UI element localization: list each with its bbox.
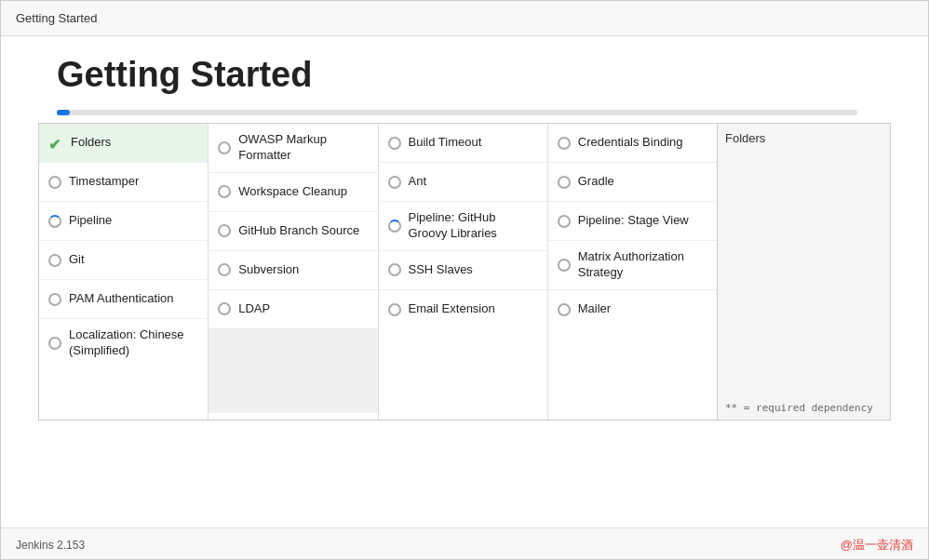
plugin-item-pipeline[interactable]: Pipeline [39, 202, 208, 241]
plugin-item-pipeline-stage-view[interactable]: Pipeline: Stage View [548, 202, 717, 241]
spin-icon-pipeline [48, 215, 61, 228]
plugin-label-subversion: Subversion [238, 262, 299, 278]
plugin-label-gradle: Gradle [578, 174, 614, 190]
plugin-label-git: Git [69, 252, 85, 268]
plugin-label-mailer: Mailer [578, 301, 611, 317]
plugin-label-pipeline-stage-view: Pipeline: Stage View [578, 213, 689, 229]
radio-icon-owasp [218, 141, 231, 154]
radio-icon-build-timeout [388, 137, 401, 150]
radio-icon-matrix-authorization-strategy [558, 259, 571, 272]
plugin-label-owasp: OWASP Markup Formatter [238, 132, 368, 164]
plugin-item-subversion[interactable]: Subversion [209, 251, 377, 290]
app-wrapper: Getting Started Getting Started ✔ Folder… [1, 1, 928, 560]
plugin-label-ant: Ant [409, 174, 427, 190]
plugin-item-folders[interactable]: ✔ Folders [39, 124, 208, 163]
radio-icon-ssh-slaves [388, 263, 401, 276]
plugin-item-matrix-authorization-strategy[interactable]: Matrix Authorization Strategy [548, 241, 717, 290]
plugin-label-ssh-slaves: SSH Slaves [409, 262, 473, 278]
radio-icon-ldap [218, 302, 231, 315]
plugin-label-build-timeout: Build Timeout [409, 135, 482, 151]
plugin-item-ant[interactable]: Ant [379, 163, 547, 202]
radio-icon-git [48, 254, 61, 267]
plugin-item-gradle[interactable]: Gradle [548, 163, 717, 202]
check-icon: ✔ [48, 136, 63, 151]
plugin-label-folders: Folders [71, 135, 111, 151]
plugin-label-pipeline-github-groovy: Pipeline: GitHub Groovy Libraries [409, 210, 538, 242]
spin-icon-pipeline-github-groovy [388, 220, 401, 233]
plugin-label-pam-auth: PAM Authentication [69, 291, 174, 307]
plugin-columns: ✔ Folders Timestamper Pipeline Git [39, 124, 718, 420]
footer: Jenkins 2.153 @温一壶清酒 [1, 527, 928, 560]
right-panel: Folders ** = required dependency [718, 124, 890, 420]
right-panel-note: ** = required dependency [725, 402, 873, 414]
main-content: Getting Started ✔ Folders Timestamper [1, 36, 928, 420]
plugin-item-owasp[interactable]: OWASP Markup Formatter [209, 124, 377, 173]
plugin-item-mailer[interactable]: Mailer [548, 290, 717, 329]
plugin-label-pipeline: Pipeline [69, 213, 112, 229]
radio-icon-subversion [218, 263, 231, 276]
plugin-item-localization-chinese[interactable]: Localization: Chinese (Simplified) [39, 319, 208, 367]
progress-bar-fill [57, 110, 70, 115]
title-bar: Getting Started [1, 1, 928, 36]
plugin-list-wrapper: ✔ Folders Timestamper Pipeline Git [38, 123, 891, 420]
plugin-item-timestamper[interactable]: Timestamper [39, 163, 208, 202]
radio-icon-pam-auth [48, 293, 61, 306]
plugin-label-workspace-cleanup: Workspace Cleanup [238, 184, 347, 200]
plugin-item-build-timeout[interactable]: Build Timeout [379, 124, 547, 163]
plugin-col-2-empty [209, 329, 377, 413]
radio-icon-credentials-binding [558, 137, 571, 150]
plugin-col-3: Build Timeout Ant Pipeline: GitHub Groov… [379, 124, 548, 420]
plugin-label-email-extension: Email Extension [409, 301, 495, 317]
plugin-item-ssh-slaves[interactable]: SSH Slaves [379, 251, 547, 290]
plugin-label-matrix-authorization-strategy: Matrix Authorization Strategy [578, 249, 707, 281]
plugin-label-timestamper: Timestamper [69, 174, 139, 190]
right-panel-title: Folders [725, 131, 882, 145]
progress-bar-track [57, 110, 857, 115]
footer-watermark: @温一壶清酒 [841, 537, 913, 553]
plugin-item-email-extension[interactable]: Email Extension [379, 290, 547, 329]
plugin-item-pam-auth[interactable]: PAM Authentication [39, 280, 208, 319]
radio-icon-gradle [558, 176, 571, 189]
plugin-item-pipeline-github-groovy[interactable]: Pipeline: GitHub Groovy Libraries [379, 202, 547, 251]
page-title: Getting Started [57, 55, 891, 95]
radio-icon-mailer [558, 303, 571, 316]
radio-icon-email-extension [388, 303, 401, 316]
radio-icon-workspace-cleanup [218, 185, 231, 198]
plugin-item-github-branch-source[interactable]: GitHub Branch Source [209, 212, 377, 251]
plugin-col-1: ✔ Folders Timestamper Pipeline Git [39, 124, 209, 420]
plugin-label-ldap: LDAP [238, 301, 270, 317]
progress-bar-container [57, 110, 891, 123]
plugin-item-git[interactable]: Git [39, 241, 208, 280]
radio-icon-pipeline-stage-view [558, 215, 571, 228]
radio-icon-ant [388, 176, 401, 189]
plugin-col-4: Credentials Binding Gradle Pipeline: Sta… [548, 124, 717, 420]
title-bar-label: Getting Started [16, 11, 97, 25]
plugin-label-localization-chinese: Localization: Chinese (Simplified) [69, 327, 198, 359]
radio-icon-github-branch-source [218, 224, 231, 237]
radio-icon-timestamper [48, 176, 61, 189]
footer-version: Jenkins 2.153 [16, 539, 85, 552]
plugin-label-credentials-binding: Credentials Binding [578, 135, 683, 151]
plugin-item-workspace-cleanup[interactable]: Workspace Cleanup [209, 173, 377, 212]
plugin-col-2: OWASP Markup Formatter Workspace Cleanup… [209, 124, 378, 420]
plugin-item-credentials-binding[interactable]: Credentials Binding [548, 124, 717, 163]
radio-icon-localization-chinese [48, 337, 61, 350]
plugin-item-ldap[interactable]: LDAP [209, 290, 377, 329]
plugin-label-github-branch-source: GitHub Branch Source [238, 223, 359, 239]
